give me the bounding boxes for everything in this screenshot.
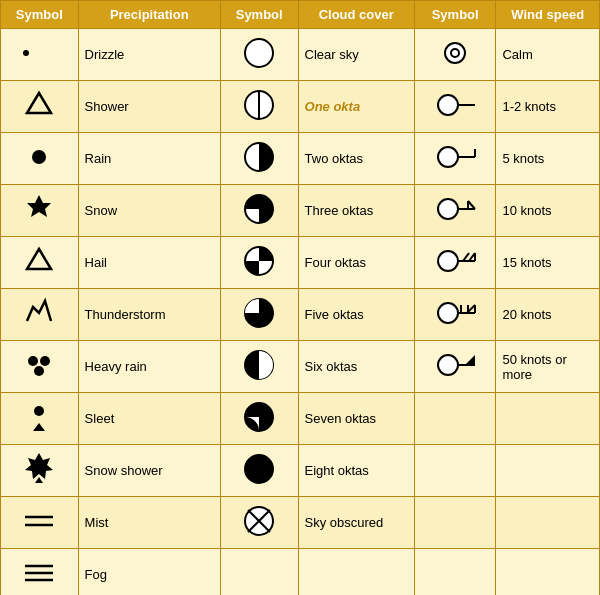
cloud-symbol-cell [220, 393, 298, 445]
wind-symbol-cell [414, 341, 496, 393]
svg-point-41 [34, 406, 44, 416]
precip-label-cell: Snow [78, 185, 220, 237]
wind-label-cell [496, 445, 600, 497]
precip-symbol-cell [1, 237, 79, 289]
precip-symbol-cell [1, 185, 79, 237]
svg-point-7 [438, 95, 458, 115]
precip-label-cell: Snow shower [78, 445, 220, 497]
wind-label-cell: 50 knots or more [496, 341, 600, 393]
svg-marker-14 [27, 195, 51, 217]
cloud-symbol-cell [220, 29, 298, 81]
cloud-symbol-cell [220, 445, 298, 497]
precip-label-cell: Drizzle [78, 29, 220, 81]
precip-symbol-cell [1, 549, 79, 596]
wind-symbol-cell [414, 445, 496, 497]
cloud-symbol-cell [220, 81, 298, 133]
wind-label-cell: 1-2 knots [496, 81, 600, 133]
wind-label-cell: 20 knots [496, 289, 600, 341]
one-okta-label: One okta [305, 99, 361, 114]
svg-marker-44 [25, 453, 53, 479]
svg-point-1 [245, 39, 273, 67]
weather-symbols-table: Symbol Precipitation Symbol Cloud cover … [0, 0, 600, 595]
cloud-label-cell: Sky obscured [298, 497, 414, 549]
precip-label-cell: Hail [78, 237, 220, 289]
precip-symbol-cell [1, 289, 79, 341]
svg-line-26 [463, 253, 469, 261]
wind-label-cell [496, 393, 600, 445]
cloud-label-cell: Seven oktas [298, 393, 414, 445]
precip-symbol-cell [1, 341, 79, 393]
cloud-symbol-cell [220, 133, 298, 185]
svg-point-35 [40, 356, 50, 366]
wind-symbol-cell [414, 81, 496, 133]
precip-label-cell: Sleet [78, 393, 220, 445]
cloud-symbol-cell [220, 341, 298, 393]
wind-label-cell: 10 knots [496, 185, 600, 237]
cloud-label-cell: Three oktas [298, 185, 414, 237]
svg-marker-40 [465, 355, 475, 365]
svg-point-34 [28, 356, 38, 366]
wind-label-cell [496, 549, 600, 596]
wind-symbol-cell [414, 185, 496, 237]
cloud-symbol-cell [220, 237, 298, 289]
precip-label-cell: Rain [78, 133, 220, 185]
svg-marker-20 [27, 249, 51, 269]
svg-point-38 [438, 355, 458, 375]
cloud-label-cell: Four oktas [298, 237, 414, 289]
precip-symbol-cell [1, 81, 79, 133]
wind-symbol-cell [414, 237, 496, 289]
header-cloud-cover: Cloud cover [298, 1, 414, 29]
svg-marker-45 [35, 477, 43, 483]
wind-symbol-cell [414, 393, 496, 445]
wind-symbol-cell [414, 549, 496, 596]
header-wind-speed: Wind speed [496, 1, 600, 29]
wind-symbol-cell [414, 497, 496, 549]
precip-symbol-cell [1, 133, 79, 185]
precip-label-cell: Mist [78, 497, 220, 549]
svg-point-36 [34, 366, 44, 376]
header-symbol1: Symbol [1, 1, 79, 29]
precip-label-cell: Heavy rain [78, 341, 220, 393]
svg-point-22 [438, 251, 458, 271]
svg-point-11 [438, 147, 458, 167]
wind-label-cell: 5 knots [496, 133, 600, 185]
cloud-symbol-cell [220, 289, 298, 341]
cloud-symbol-cell [220, 549, 298, 596]
cloud-label-cell: Two oktas [298, 133, 414, 185]
precip-label-cell: Thunderstorm [78, 289, 220, 341]
cloud-label-cell: Six oktas [298, 341, 414, 393]
header-symbol2: Symbol [220, 1, 298, 29]
svg-marker-4 [27, 93, 51, 113]
precip-symbol-cell [1, 29, 79, 81]
wind-label-cell: 15 knots [496, 237, 600, 289]
wind-symbol-cell [414, 289, 496, 341]
cloud-label-cell: Eight oktas [298, 445, 414, 497]
svg-point-46 [245, 455, 273, 483]
header-precipitation: Precipitation [78, 1, 220, 29]
cloud-symbol-cell [220, 185, 298, 237]
header-symbol3: Symbol [414, 1, 496, 29]
precip-symbol-cell [1, 393, 79, 445]
precip-symbol-cell [1, 445, 79, 497]
wind-symbol-cell [414, 29, 496, 81]
svg-point-3 [451, 49, 459, 57]
svg-point-16 [438, 199, 458, 219]
svg-line-18 [468, 201, 475, 209]
precip-symbol-cell [1, 497, 79, 549]
cloud-symbol-cell [220, 497, 298, 549]
cloud-label-cell: One okta [298, 81, 414, 133]
precip-label-cell: Fog [78, 549, 220, 596]
wind-label-cell: Calm [496, 29, 600, 81]
svg-point-9 [32, 150, 46, 164]
cloud-label-cell: Five oktas [298, 289, 414, 341]
wind-symbol-cell [414, 133, 496, 185]
svg-marker-42 [33, 423, 45, 431]
svg-point-0 [23, 50, 29, 56]
svg-point-28 [438, 303, 458, 323]
wind-label-cell [496, 497, 600, 549]
precip-label-cell: Shower [78, 81, 220, 133]
cloud-label-cell: Clear sky [298, 29, 414, 81]
cloud-label-cell [298, 549, 414, 596]
